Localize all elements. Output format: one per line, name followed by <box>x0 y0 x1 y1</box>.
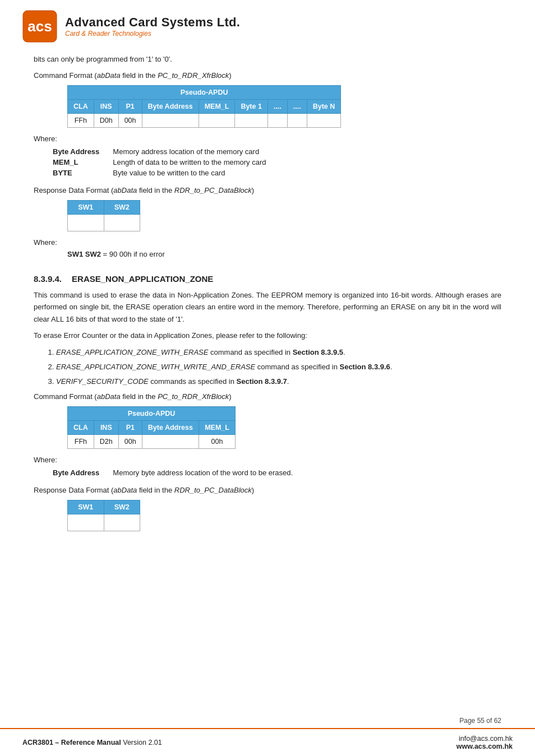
logo-text: Advanced Card Systems Ltd. Card & Reader… <box>65 15 240 38</box>
sw-table-2: SW1 SW2 <box>67 500 140 531</box>
footer-left: ACR3801 – Reference Manual Version 2.01 <box>22 739 162 746</box>
col-byte1: Byte 1 <box>235 99 268 113</box>
where1-table: Byte Address Memory address location of … <box>50 146 268 178</box>
svg-text:acs: acs <box>27 18 52 35</box>
where1-label: Where: <box>34 134 501 143</box>
command-format-label-1: Command Format (abData field in the PC_t… <box>34 71 501 80</box>
logo-container: acs Advanced Card Systems Ltd. Card & Re… <box>22 10 240 43</box>
col-cla: CLA <box>68 99 94 113</box>
sw1sw2-note-1: SW1 SW2 = 90 00h if no error <box>67 250 501 258</box>
sw1-col: SW1 <box>68 200 104 214</box>
sw2-col: SW2 <box>104 200 140 214</box>
company-tagline: Card & Reader Technologies <box>65 30 240 38</box>
t2-col-p1: P1 <box>118 420 142 434</box>
sw2-col-2: SW2 <box>104 500 140 514</box>
t2-col-mem-l: MEM_L <box>199 420 236 434</box>
table2-row: FFh D2h 00h 00h <box>68 434 236 448</box>
page-number: Page 55 of 62 <box>459 717 501 725</box>
list-item-1: ERASE_APPLICATION_ZONE_WITH_ERASE comman… <box>56 346 501 359</box>
table2-wrapper: Pseudo-APDU CLA INS P1 Byte Address MEM_… <box>67 406 501 449</box>
pseudo-apdu-table-2: Pseudo-APDU CLA INS P1 Byte Address MEM_… <box>67 406 236 449</box>
col-dots2: .... <box>287 99 307 113</box>
sw-table1-row <box>68 214 140 231</box>
where1-row-1: Byte Address Memory address location of … <box>50 146 268 157</box>
where-section-2: Where: SW1 SW2 = 90 00h if no error <box>34 238 501 258</box>
footer-bar: ACR3801 – Reference Manual Version 2.01 … <box>0 728 535 756</box>
col-byte-address: Byte Address <box>142 99 199 113</box>
sw1-col-2: SW1 <box>68 500 104 514</box>
t2-col-cla: CLA <box>68 420 94 434</box>
t2-col-ins: INS <box>94 420 118 434</box>
main-content: bits can only be programmed from '1' to … <box>0 48 535 583</box>
col-mem-l: MEM_L <box>199 99 235 113</box>
sw-table2-row <box>68 514 140 531</box>
section-heading-8394: 8.3.9.4.ERASE_NON_APPLICATION_ZONE <box>34 274 501 284</box>
where1-row-2: MEM_L Length of data to be written to th… <box>50 157 268 168</box>
page-header: acs Advanced Card Systems Ltd. Card & Re… <box>0 0 535 48</box>
numbered-list: ERASE_APPLICATION_ZONE_WITH_ERASE comman… <box>56 346 501 388</box>
table2-header-span: Pseudo-APDU <box>68 406 236 420</box>
table1-row: FFh D0h 00h <box>68 113 341 127</box>
where1-row-3: BYTE Byte value to be written to the car… <box>50 168 268 178</box>
where2-label: Where: <box>34 238 501 247</box>
response-format-label-2: Response Data Format (abData field in th… <box>34 486 501 494</box>
t2-col-byte-address: Byte Address <box>142 420 199 434</box>
sw-table2-wrapper: SW1 SW2 <box>67 500 501 531</box>
sw-table1-wrapper: SW1 SW2 <box>67 200 501 231</box>
section-para-2: To erase Error Counter or the data in Ap… <box>34 330 501 341</box>
command-format-label-2: Command Format (abData field in the PC_t… <box>34 392 501 401</box>
col-ins: INS <box>94 99 118 113</box>
where3-label: Where: <box>34 456 501 464</box>
where-section-1: Where: Byte Address Memory address locat… <box>34 134 501 178</box>
col-dots1: .... <box>268 99 287 113</box>
footer-right: info@acs.com.hk www.acs.com.hk <box>456 735 513 750</box>
table1-header-span: Pseudo-APDU <box>68 85 341 99</box>
pseudo-apdu-table-1: Pseudo-APDU CLA INS P1 Byte Address MEM_… <box>67 85 341 128</box>
footer-email: info@acs.com.hk <box>459 735 513 743</box>
list-item-2: ERASE_APPLICATION_ZONE_WITH_WRITE_AND_ER… <box>56 361 501 373</box>
table1-wrapper: Pseudo-APDU CLA INS P1 Byte Address MEM_… <box>67 85 501 128</box>
footer-doc-title: ACR3801 – Reference Manual <box>22 739 121 746</box>
section-para-1: This command is used to erase the data i… <box>34 289 501 325</box>
company-name: Advanced Card Systems Ltd. <box>65 15 240 30</box>
footer-version: Version 2.01 <box>123 739 162 746</box>
where3-row-1: Byte Address Memory byte address locatio… <box>50 467 295 478</box>
col-byte-n: Byte N <box>307 99 341 113</box>
list-item-3: VERIFY_SECURITY_CODE commands as specifi… <box>56 375 501 388</box>
col-p1: P1 <box>118 99 142 113</box>
sw-table-1: SW1 SW2 <box>67 200 140 231</box>
acs-logo-icon: acs <box>22 10 57 43</box>
footer-website: www.acs.com.hk <box>456 743 513 750</box>
intro-text: bits can only be programmed from '1' to … <box>34 54 501 66</box>
where3-table: Byte Address Memory byte address locatio… <box>50 467 295 478</box>
where-section-3: Where: Byte Address Memory byte address … <box>34 456 501 478</box>
response-format-label-1: Response Data Format (abData field in th… <box>34 186 501 194</box>
